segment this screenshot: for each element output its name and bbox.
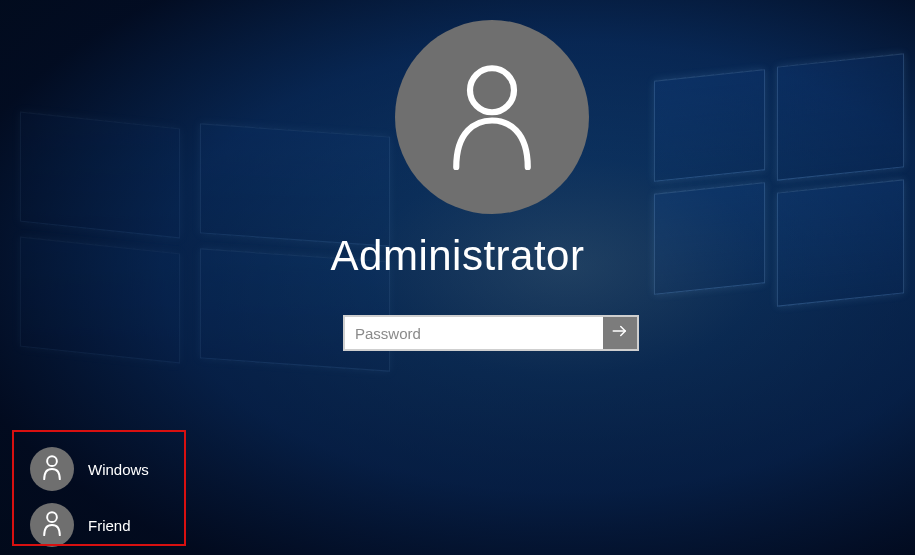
password-input[interactable]: [345, 317, 603, 349]
arrow-right-icon: [611, 322, 629, 344]
user-avatar-small: [30, 503, 74, 547]
user-list: Windows Friend: [30, 447, 149, 547]
user-avatar-small: [30, 447, 74, 491]
svg-point-3: [47, 512, 57, 522]
current-user-avatar: [395, 20, 589, 214]
user-list-label: Windows: [88, 461, 149, 478]
current-user-name: Administrator: [0, 232, 915, 280]
person-icon: [447, 60, 537, 174]
background-pane: [200, 123, 390, 246]
background-pane: [20, 112, 180, 239]
user-list-item-windows[interactable]: Windows: [30, 447, 149, 491]
person-icon: [41, 454, 63, 484]
password-box: [343, 315, 639, 351]
svg-point-2: [47, 456, 57, 466]
svg-point-0: [470, 68, 514, 112]
submit-button[interactable]: [603, 317, 637, 349]
person-icon: [41, 510, 63, 540]
user-list-label: Friend: [88, 517, 131, 534]
background-pane: [777, 53, 904, 180]
background-pane: [654, 69, 765, 182]
user-list-item-friend[interactable]: Friend: [30, 503, 149, 547]
